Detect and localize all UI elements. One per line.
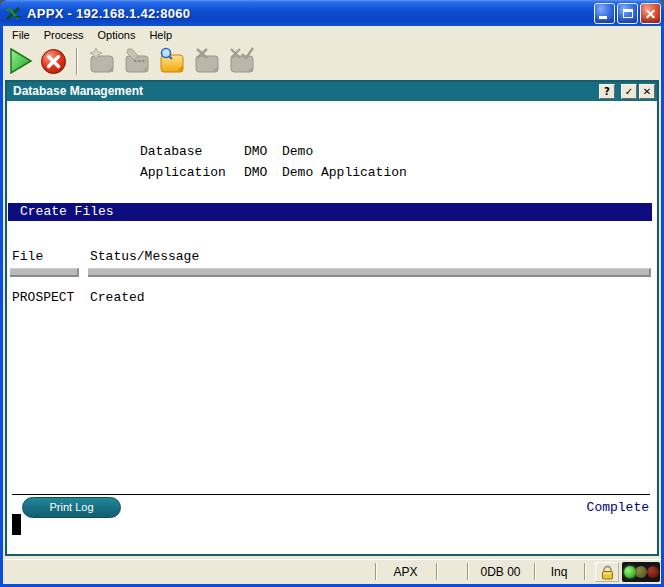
panel-header: Database Management ? ✓ ✕ <box>7 82 657 101</box>
add-icon <box>87 47 116 75</box>
column-header-file: File <box>12 249 43 264</box>
status-segment-odb: 0DB 00 <box>467 565 534 579</box>
maximize-icon <box>623 9 633 18</box>
stop-button[interactable] <box>40 48 67 75</box>
delete-icon <box>192 47 221 75</box>
section-header-label: Create Files <box>20 203 114 221</box>
menu-options[interactable]: Options <box>90 28 142 42</box>
section-header-bar: Create Files <box>8 203 652 221</box>
led-red-dim-icon <box>647 566 659 578</box>
text-cursor <box>12 514 21 535</box>
window-title: APPX - 192.168.1.42:8060 <box>27 6 190 21</box>
led-amber-dim-icon <box>635 566 647 578</box>
app-window: APPX - 192.168.1.42:8060 File Process Op… <box>0 0 664 587</box>
ok-button[interactable]: ✓ <box>621 84 637 99</box>
status-segment-apx: APX <box>375 565 436 579</box>
print-log-button[interactable]: Print Log <box>22 497 121 518</box>
database-code: DMO <box>244 144 267 159</box>
panel-title: Database Management <box>13 82 143 101</box>
maximize-button[interactable] <box>617 3 638 24</box>
minimize-button[interactable] <box>594 3 615 24</box>
toolbar <box>3 43 661 79</box>
cancel-button[interactable]: ✕ <box>639 84 655 99</box>
file-field-bar <box>10 268 79 277</box>
completion-status: Complete <box>587 500 649 515</box>
appx-logo-icon <box>5 6 22 21</box>
status-field-bar <box>88 268 651 277</box>
minimize-icon <box>599 16 607 19</box>
table-row-status: Created <box>90 290 145 305</box>
help-button[interactable]: ? <box>599 84 615 99</box>
application-description: Demo Application <box>282 165 407 180</box>
footer-divider <box>12 494 650 495</box>
column-header-status: Status/Message <box>90 249 199 264</box>
status-led-panel <box>622 562 660 582</box>
lock-icon <box>600 565 615 580</box>
application-label: Application <box>140 165 226 180</box>
statusbar: APX 0DB 00 Inq <box>3 559 661 584</box>
titlebar[interactable]: APPX - 192.168.1.42:8060 <box>0 0 664 26</box>
toolbar-separator <box>76 48 78 75</box>
table-row-file: PROSPECT <box>12 290 74 305</box>
edit-icon <box>122 47 151 75</box>
menu-file[interactable]: File <box>5 28 37 42</box>
database-label: Database <box>140 144 202 159</box>
keyboard-lock-cell[interactable] <box>595 562 619 582</box>
application-code: DMO <box>244 165 267 180</box>
database-management-panel: Database Management ? ✓ ✕ Database DMO D… <box>5 80 659 556</box>
confirm-delete-icon <box>227 47 256 75</box>
status-segment-inq: Inq <box>534 565 584 579</box>
menu-process[interactable]: Process <box>37 28 91 42</box>
menubar: File Process Options Help <box>3 27 661 43</box>
close-button[interactable] <box>640 3 661 24</box>
browse-icon[interactable] <box>157 47 186 75</box>
database-description: Demo <box>282 144 313 159</box>
panel-header-buttons: ? ✓ ✕ <box>597 84 655 99</box>
window-controls <box>594 3 661 24</box>
run-button[interactable] <box>8 47 34 75</box>
menu-help[interactable]: Help <box>142 28 179 42</box>
